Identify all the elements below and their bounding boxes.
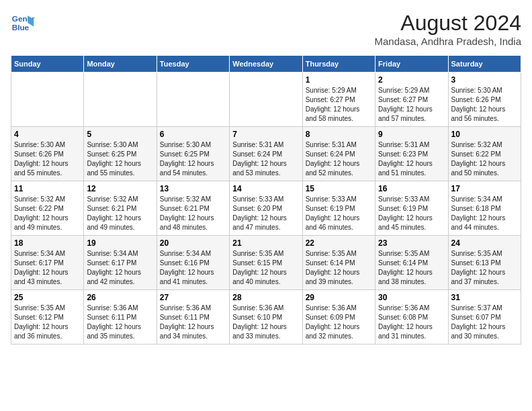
calendar-cell: 25Sunrise: 5:35 AM Sunset: 6:12 PM Dayli… [11, 290, 84, 345]
calendar-cell [230, 73, 302, 127]
calendar-week-row: 18Sunrise: 5:34 AM Sunset: 6:17 PM Dayli… [11, 236, 521, 290]
title-area: August 2024 Mandasa, Andhra Pradesh, Ind… [375, 11, 521, 47]
calendar-cell [84, 73, 157, 127]
calendar-cell: 28Sunrise: 5:36 AM Sunset: 6:10 PM Dayli… [230, 290, 302, 345]
day-number: 14 [232, 184, 299, 193]
calendar-day-header: Sunday [11, 56, 84, 73]
day-info: Sunrise: 5:35 AM Sunset: 6:15 PM Dayligh… [232, 249, 299, 287]
day-info: Sunrise: 5:29 AM Sunset: 6:27 PM Dayligh… [306, 86, 372, 124]
day-info: Sunrise: 5:35 AM Sunset: 6:14 PM Dayligh… [378, 249, 445, 287]
day-info: Sunrise: 5:32 AM Sunset: 6:22 PM Dayligh… [14, 195, 81, 232]
day-number: 31 [451, 293, 518, 302]
day-number: 5 [87, 130, 153, 139]
day-number: 29 [306, 293, 372, 302]
day-info: Sunrise: 5:30 AM Sunset: 6:26 PM Dayligh… [14, 140, 81, 178]
calendar-cell: 18Sunrise: 5:34 AM Sunset: 6:17 PM Dayli… [11, 236, 84, 290]
day-number: 3 [451, 75, 518, 85]
calendar-cell: 27Sunrise: 5:36 AM Sunset: 6:11 PM Dayli… [157, 290, 229, 345]
day-number: 4 [14, 130, 81, 139]
calendar-day-header: Tuesday [157, 56, 229, 73]
day-number: 28 [232, 293, 299, 302]
day-number: 30 [378, 293, 445, 302]
calendar-cell [157, 73, 229, 127]
calendar-cell: 2Sunrise: 5:29 AM Sunset: 6:27 PM Daylig… [375, 73, 448, 127]
calendar-cell: 29Sunrise: 5:36 AM Sunset: 6:09 PM Dayli… [302, 290, 375, 345]
day-number: 26 [87, 293, 153, 302]
day-number: 19 [87, 238, 153, 248]
day-number: 2 [378, 75, 445, 85]
day-number: 17 [451, 184, 518, 193]
day-info: Sunrise: 5:34 AM Sunset: 6:16 PM Dayligh… [160, 249, 226, 287]
calendar-cell: 13Sunrise: 5:32 AM Sunset: 6:21 PM Dayli… [157, 181, 229, 236]
day-info: Sunrise: 5:36 AM Sunset: 6:10 PM Dayligh… [232, 304, 299, 341]
day-number: 9 [378, 130, 445, 139]
calendar-day-header: Saturday [448, 56, 521, 73]
day-info: Sunrise: 5:35 AM Sunset: 6:13 PM Dayligh… [451, 249, 518, 287]
day-number: 15 [306, 184, 372, 193]
calendar-cell: 3Sunrise: 5:30 AM Sunset: 6:26 PM Daylig… [448, 73, 521, 127]
day-info: Sunrise: 5:30 AM Sunset: 6:25 PM Dayligh… [87, 140, 153, 178]
day-info: Sunrise: 5:36 AM Sunset: 6:11 PM Dayligh… [160, 304, 226, 341]
page-header: General Blue August 2024 Mandasa, Andhra… [11, 11, 521, 47]
day-number: 21 [232, 238, 299, 248]
calendar-table: SundayMondayTuesdayWednesdayThursdayFrid… [11, 55, 521, 345]
calendar-cell: 14Sunrise: 5:33 AM Sunset: 6:20 PM Dayli… [230, 181, 302, 236]
page-title: August 2024 [375, 11, 521, 36]
day-info: Sunrise: 5:31 AM Sunset: 6:24 PM Dayligh… [306, 140, 372, 178]
calendar-day-header: Monday [84, 56, 157, 73]
day-info: Sunrise: 5:35 AM Sunset: 6:12 PM Dayligh… [14, 304, 81, 341]
calendar-cell: 12Sunrise: 5:32 AM Sunset: 6:21 PM Dayli… [84, 181, 157, 236]
calendar-cell: 15Sunrise: 5:33 AM Sunset: 6:19 PM Dayli… [302, 181, 375, 236]
day-number: 13 [160, 184, 226, 193]
day-info: Sunrise: 5:34 AM Sunset: 6:17 PM Dayligh… [14, 249, 81, 287]
calendar-cell: 9Sunrise: 5:31 AM Sunset: 6:23 PM Daylig… [375, 127, 448, 181]
calendar-week-row: 4Sunrise: 5:30 AM Sunset: 6:26 PM Daylig… [11, 127, 521, 181]
calendar-cell: 20Sunrise: 5:34 AM Sunset: 6:16 PM Dayli… [157, 236, 229, 290]
calendar-day-header: Thursday [302, 56, 375, 73]
day-info: Sunrise: 5:33 AM Sunset: 6:20 PM Dayligh… [232, 195, 299, 232]
day-info: Sunrise: 5:30 AM Sunset: 6:25 PM Dayligh… [160, 140, 226, 178]
day-number: 18 [14, 238, 81, 248]
svg-text:Blue: Blue [12, 23, 30, 32]
day-number: 23 [378, 238, 445, 248]
calendar-cell: 26Sunrise: 5:36 AM Sunset: 6:11 PM Dayli… [84, 290, 157, 345]
day-info: Sunrise: 5:35 AM Sunset: 6:14 PM Dayligh… [306, 249, 372, 287]
day-info: Sunrise: 5:32 AM Sunset: 6:21 PM Dayligh… [87, 195, 153, 232]
day-info: Sunrise: 5:32 AM Sunset: 6:22 PM Dayligh… [451, 140, 518, 178]
calendar-cell: 11Sunrise: 5:32 AM Sunset: 6:22 PM Dayli… [11, 181, 84, 236]
day-info: Sunrise: 5:36 AM Sunset: 6:09 PM Dayligh… [306, 304, 372, 341]
calendar-cell: 7Sunrise: 5:31 AM Sunset: 6:24 PM Daylig… [230, 127, 302, 181]
day-info: Sunrise: 5:34 AM Sunset: 6:18 PM Dayligh… [451, 195, 518, 232]
calendar-day-header: Friday [375, 56, 448, 73]
day-number: 8 [306, 130, 372, 139]
calendar-day-header: Wednesday [230, 56, 302, 73]
calendar-cell: 24Sunrise: 5:35 AM Sunset: 6:13 PM Dayli… [448, 236, 521, 290]
calendar-cell: 23Sunrise: 5:35 AM Sunset: 6:14 PM Dayli… [375, 236, 448, 290]
calendar-week-row: 1Sunrise: 5:29 AM Sunset: 6:27 PM Daylig… [11, 73, 521, 127]
calendar-cell: 16Sunrise: 5:33 AM Sunset: 6:19 PM Dayli… [375, 181, 448, 236]
calendar-cell: 5Sunrise: 5:30 AM Sunset: 6:25 PM Daylig… [84, 127, 157, 181]
day-info: Sunrise: 5:33 AM Sunset: 6:19 PM Dayligh… [378, 195, 445, 232]
day-info: Sunrise: 5:31 AM Sunset: 6:23 PM Dayligh… [378, 140, 445, 178]
day-info: Sunrise: 5:30 AM Sunset: 6:26 PM Dayligh… [451, 86, 518, 124]
day-number: 6 [160, 130, 226, 139]
calendar-week-row: 25Sunrise: 5:35 AM Sunset: 6:12 PM Dayli… [11, 290, 521, 345]
day-number: 20 [160, 238, 226, 248]
day-number: 22 [306, 238, 372, 248]
calendar-cell: 10Sunrise: 5:32 AM Sunset: 6:22 PM Dayli… [448, 127, 521, 181]
calendar-header-row: SundayMondayTuesdayWednesdayThursdayFrid… [11, 56, 521, 73]
day-info: Sunrise: 5:37 AM Sunset: 6:07 PM Dayligh… [451, 304, 518, 341]
day-info: Sunrise: 5:29 AM Sunset: 6:27 PM Dayligh… [378, 86, 445, 124]
day-number: 27 [160, 293, 226, 302]
day-info: Sunrise: 5:32 AM Sunset: 6:21 PM Dayligh… [160, 195, 226, 232]
calendar-cell: 30Sunrise: 5:36 AM Sunset: 6:08 PM Dayli… [375, 290, 448, 345]
day-info: Sunrise: 5:36 AM Sunset: 6:08 PM Dayligh… [378, 304, 445, 341]
calendar-cell: 17Sunrise: 5:34 AM Sunset: 6:18 PM Dayli… [448, 181, 521, 236]
calendar-cell: 31Sunrise: 5:37 AM Sunset: 6:07 PM Dayli… [448, 290, 521, 345]
day-info: Sunrise: 5:36 AM Sunset: 6:11 PM Dayligh… [87, 304, 153, 341]
day-info: Sunrise: 5:34 AM Sunset: 6:17 PM Dayligh… [87, 249, 153, 287]
day-number: 16 [378, 184, 445, 193]
day-number: 12 [87, 184, 153, 193]
day-number: 10 [451, 130, 518, 139]
calendar-cell [11, 73, 84, 127]
